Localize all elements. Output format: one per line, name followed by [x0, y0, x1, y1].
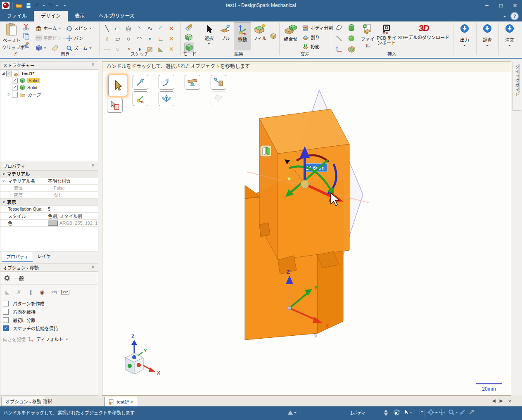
option-checkbox-0[interactable]: パターンを作成	[0, 299, 98, 308]
tree-item-0[interactable]: ✓Solid	[0, 77, 98, 84]
checkbox[interactable]: ✓	[3, 325, 9, 331]
help-icon[interactable]: ?	[510, 12, 519, 20]
tab-scroll-right-icon[interactable]: ▶	[500, 398, 503, 403]
move-along-path-button[interactable]	[159, 75, 174, 90]
sketch-circle-icon[interactable]: ◎	[123, 23, 134, 33]
option-measure-icon[interactable]: ∥	[26, 288, 35, 296]
visibility-checkbox[interactable]: ✓	[12, 85, 18, 90]
section-mode-button[interactable]	[184, 33, 193, 42]
option-detach-move-icon[interactable]: ✗	[14, 288, 24, 296]
combine-button[interactable]: 組合せ	[281, 24, 300, 42]
property-section[interactable]: ∨マテリアル	[0, 171, 98, 178]
select-cursor-status-icon[interactable]	[403, 409, 412, 415]
menu-tab-3[interactable]: ヘルプ/リソース	[92, 11, 142, 21]
insert-file-button[interactable]: ファイル	[359, 24, 376, 49]
free-move-button[interactable]	[159, 91, 174, 106]
close-button[interactable]: ✕	[508, 0, 522, 11]
spin-button[interactable]: スピン	[66, 25, 92, 31]
pan-button[interactable]: パン	[66, 35, 83, 41]
investigate-button[interactable]: 調査	[477, 24, 498, 47]
color-swatch[interactable]	[48, 221, 58, 226]
zoom-in-arrow-icon[interactable]	[459, 409, 466, 415]
pin-icon[interactable]	[90, 62, 95, 68]
move-up-to-button[interactable]	[211, 75, 226, 90]
insert-cylinder-icon[interactable]	[347, 23, 356, 32]
status-expand-icon[interactable]	[287, 410, 297, 415]
minimize-button[interactable]: ─	[480, 0, 494, 11]
tree-item-label[interactable]: Solid	[27, 85, 37, 90]
home-view-button[interactable]: ホーム	[36, 25, 61, 31]
move-tool-button[interactable]: 移動	[234, 22, 251, 50]
menu-tab-2[interactable]: 表示	[68, 11, 92, 21]
option-ruler-icon[interactable]: ◣	[3, 288, 12, 296]
redo-icon[interactable]: ↷	[48, 2, 53, 9]
tab-properties[interactable]: プロパティ	[2, 252, 33, 262]
tree-item-1[interactable]: ✓Solid	[0, 84, 98, 91]
option-protractor-icon[interactable]: ◉	[38, 288, 47, 296]
visibility-checkbox[interactable]	[12, 92, 18, 97]
sketch-badge-icon[interactable]	[260, 145, 271, 157]
spin-status-icon[interactable]	[427, 409, 438, 416]
property-row[interactable]: 密度なし	[0, 192, 98, 199]
tree-item-label[interactable]: Solid	[27, 78, 40, 83]
pin-icon[interactable]	[90, 163, 95, 169]
tree-item-label[interactable]: カーブ	[27, 91, 40, 98]
root-checkbox[interactable]: ✓	[6, 71, 12, 76]
sketch-corner-arc-icon[interactable]: ◜	[155, 23, 166, 33]
select-tool-button[interactable]: 選択	[201, 24, 217, 46]
paste-button[interactable]: ペースト	[2, 23, 21, 43]
option-checkbox-2[interactable]: 最初に分離	[0, 316, 98, 324]
selection-box-icon[interactable]	[415, 409, 423, 414]
orientation-default-dropdown[interactable]: ディフォルト	[36, 336, 63, 342]
tab-options-move[interactable]: オプション - 移動	[1, 397, 45, 406]
sketch-rectangle-icon[interactable]: ▭	[112, 23, 123, 33]
property-section[interactable]: ∨表示	[0, 199, 98, 206]
quick-guide-tab[interactable]: クイックガイド	[513, 62, 521, 111]
sketch-trim-icon[interactable]: ✕	[166, 23, 177, 33]
undo-dropdown[interactable]	[43, 5, 45, 7]
output-button[interactable]: 出力	[453, 24, 476, 47]
pan-status-icon[interactable]	[439, 409, 445, 415]
fill-tool-button[interactable]: フィル	[252, 24, 268, 41]
collapse-ribbon-icon[interactable]	[503, 14, 506, 17]
undo-icon[interactable]: ↶	[34, 2, 40, 9]
checkbox[interactable]	[3, 301, 9, 306]
property-row[interactable]: Tessellation Qua5	[0, 206, 98, 213]
option-checkbox-1[interactable]: 方向を維持	[0, 308, 98, 316]
sketch-mode-button[interactable]	[184, 23, 193, 32]
download-3d-button[interactable]: 3D 3Dモデルのダウンロード	[397, 23, 450, 40]
menu-tab-0[interactable]: ファイル	[0, 11, 34, 21]
insert-line-icon[interactable]	[335, 34, 344, 43]
option-coordinates-icon[interactable]: XYZ	[61, 288, 70, 296]
maximize-button[interactable]: □	[494, 0, 508, 11]
property-row[interactable]: 流体False	[0, 185, 98, 192]
viewport-canvas[interactable]: 14.6mm Z Y	[102, 62, 511, 395]
tree-item-2[interactable]: ▷カーブ	[0, 91, 98, 98]
checkbox[interactable]	[3, 309, 9, 315]
tree-root-row[interactable]: ◢ ✓ test1*	[0, 70, 98, 77]
insert-sphere-icon[interactable]	[347, 34, 356, 43]
move-select-handle-button[interactable]	[108, 75, 127, 96]
tree-root-label[interactable]: test1*	[22, 71, 34, 76]
expand-icon[interactable]: ◢	[0, 71, 6, 75]
order-button[interactable]: 注文	[499, 24, 520, 47]
option-checkbox-3[interactable]: ✓スケッチの接続を保持	[0, 324, 98, 332]
menu-tab-1[interactable]: デザイン	[34, 11, 68, 21]
split-button[interactable]: 割り	[302, 34, 320, 40]
reorient-handle-button[interactable]	[133, 91, 148, 106]
project-button[interactable]: 投影	[302, 43, 320, 50]
sketch-spline-icon[interactable]: ≀	[102, 33, 112, 44]
sketch-control-spline-icon[interactable]: ∿	[145, 23, 155, 33]
options-general-row[interactable]: 一般	[0, 272, 98, 285]
tab-layers[interactable]: レイヤ	[33, 252, 55, 261]
move-along-axis-button[interactable]	[133, 75, 148, 90]
redo-dropdown[interactable]	[56, 5, 58, 7]
property-row[interactable]: ∨マテリアル名不明な材質	[0, 178, 98, 185]
split-body-button[interactable]: ボディ分割	[302, 24, 333, 31]
pull-tool-button[interactable]: プル	[218, 24, 233, 41]
sketch-polygon-circle-icon[interactable]: ○	[123, 33, 134, 44]
option-dimension-icon[interactable]: |XX|	[49, 288, 58, 296]
sketch-tangent-arc-icon[interactable]: ◝	[134, 23, 145, 33]
customize-toolbar-dropdown[interactable]	[64, 5, 66, 7]
shell-tool-icon[interactable]	[269, 31, 278, 40]
